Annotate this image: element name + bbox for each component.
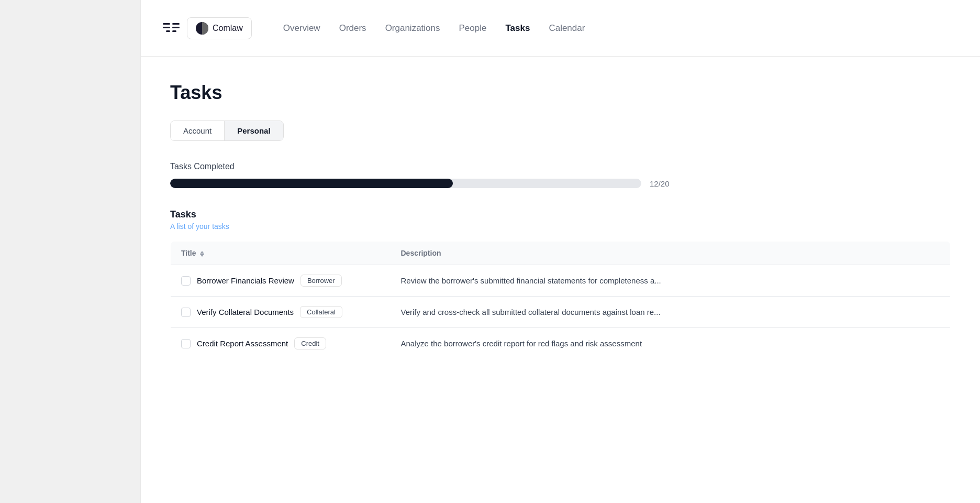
- tasks-completed-section: Tasks Completed 12/20: [170, 162, 951, 188]
- nav-link-people[interactable]: People: [459, 23, 487, 34]
- tasks-table-body: Borrower Financials Review Borrower Revi…: [171, 265, 951, 359]
- task-title-cell-3: Credit Report Assessment Credit: [171, 328, 391, 359]
- table-row: Borrower Financials Review Borrower Revi…: [171, 265, 951, 297]
- task-title-text-3: Credit Report Assessment: [197, 339, 288, 348]
- tasks-table: Title Description: [170, 241, 951, 359]
- table-row: Verify Collateral Documents Collateral V…: [171, 297, 951, 328]
- column-header-title: Title: [171, 242, 391, 265]
- task-description-3: Analyze the borrower's credit report for…: [391, 328, 951, 359]
- nav-bar: Comlaw Overview Orders Organizations Peo…: [141, 0, 980, 57]
- brand-logo-icon: [162, 19, 181, 38]
- task-title-inner-3: Credit Report Assessment Credit: [181, 337, 380, 349]
- progress-count: 12/20: [650, 179, 670, 188]
- task-description-1: Review the borrower's submitted financia…: [391, 265, 951, 297]
- task-title-text-2: Verify Collateral Documents: [197, 308, 294, 316]
- task-checkbox-3[interactable]: [181, 339, 191, 348]
- table-row: Credit Report Assessment Credit Analyze …: [171, 328, 951, 359]
- progress-bar-fill: [170, 179, 453, 188]
- left-sidebar: [0, 0, 140, 503]
- task-title-cell-2: Verify Collateral Documents Collateral: [171, 297, 391, 328]
- nav-link-tasks[interactable]: Tasks: [505, 23, 530, 34]
- svg-rect-0: [163, 23, 170, 25]
- task-tag-1: Borrower: [300, 275, 342, 287]
- svg-rect-3: [172, 23, 180, 25]
- page-title: Tasks: [170, 82, 951, 104]
- nav-link-calendar[interactable]: Calendar: [549, 23, 585, 34]
- task-title-inner-2: Verify Collateral Documents Collateral: [181, 306, 380, 318]
- nav-links: Overview Orders Organizations People Tas…: [283, 23, 959, 34]
- svg-rect-1: [163, 27, 170, 28]
- main-content: Comlaw Overview Orders Organizations Peo…: [140, 0, 980, 503]
- brand-name: Comlaw: [213, 24, 243, 33]
- task-checkbox-1[interactable]: [181, 276, 191, 286]
- task-tag-2: Collateral: [300, 306, 342, 318]
- brand-avatar-icon: [196, 22, 208, 35]
- task-checkbox-2[interactable]: [181, 308, 191, 317]
- tab-personal[interactable]: Personal: [225, 121, 283, 140]
- svg-rect-2: [166, 30, 170, 32]
- tasks-section-title: Tasks: [170, 209, 951, 220]
- task-description-2: Verify and cross-check all submitted col…: [391, 297, 951, 328]
- nav-link-organizations[interactable]: Organizations: [385, 23, 440, 34]
- task-title-cell-1: Borrower Financials Review Borrower: [171, 265, 391, 297]
- tasks-section-header: Tasks A list of your tasks: [170, 209, 951, 231]
- nav-link-orders[interactable]: Orders: [339, 23, 366, 34]
- tab-switcher: Account Personal: [170, 121, 284, 141]
- tasks-table-header: Title Description: [171, 242, 951, 265]
- svg-rect-4: [172, 27, 180, 28]
- nav-link-overview[interactable]: Overview: [283, 23, 320, 34]
- tab-account[interactable]: Account: [171, 121, 225, 140]
- svg-rect-5: [172, 30, 176, 32]
- brand-button[interactable]: Comlaw: [187, 17, 252, 39]
- brand-area: Comlaw: [162, 17, 252, 39]
- sort-icon-title[interactable]: [200, 251, 204, 257]
- task-tag-3: Credit: [294, 337, 326, 349]
- column-header-description: Description: [391, 242, 951, 265]
- tasks-completed-label: Tasks Completed: [170, 162, 951, 171]
- task-title-inner-1: Borrower Financials Review Borrower: [181, 275, 380, 287]
- tasks-section-subtitle: A list of your tasks: [170, 222, 951, 231]
- progress-row: 12/20: [170, 179, 951, 188]
- page-body: Tasks Account Personal Tasks Completed 1…: [141, 57, 980, 503]
- task-title-text-1: Borrower Financials Review: [197, 276, 294, 285]
- progress-bar-track: [170, 179, 641, 188]
